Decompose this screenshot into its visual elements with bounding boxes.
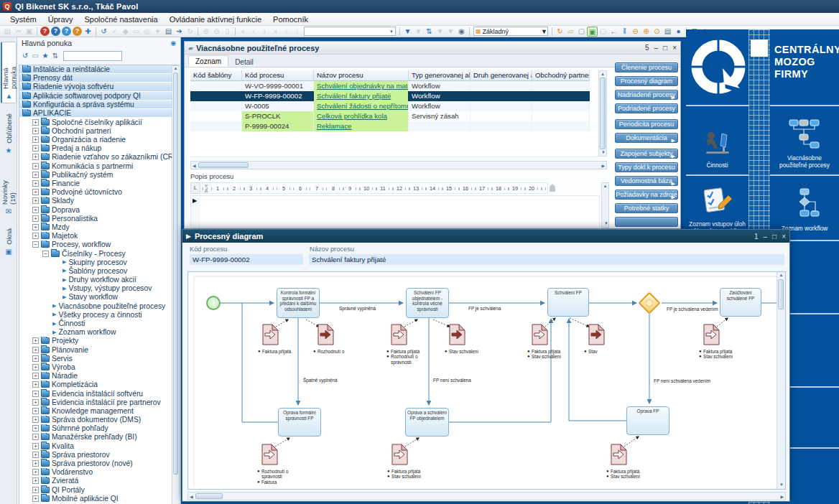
ruler-tab-selector[interactable]: L (190, 182, 200, 194)
undo-icon[interactable]: ↺ (98, 27, 109, 37)
context-help-icon[interactable]: ? (51, 27, 60, 36)
table-cell[interactable]: Schválení objednávky na materiál (314, 81, 409, 91)
settings-icon[interactable]: ◉ (456, 27, 467, 37)
table-cell[interactable] (532, 101, 590, 111)
tree-item[interactable]: ▶Viacnásobne použiteľné procesy (19, 302, 172, 310)
process-description-editor[interactable]: ▶ (190, 195, 600, 228)
web-icon[interactable]: ● (673, 27, 684, 37)
table-row[interactable]: W-VO-9999-00001Schválení objednávky na m… (190, 81, 598, 91)
action-button-partial[interactable] (615, 217, 678, 227)
table-cell[interactable]: Workflow (409, 101, 471, 111)
diagram-task[interactable]: Schválení FP objednatelem - kontrola věc… (406, 288, 449, 318)
tree-item[interactable]: Inštalácie a reinštalácie (19, 65, 172, 74)
tree-item[interactable]: −Číselníky - Procesy (19, 249, 172, 258)
expand-icon[interactable]: + (32, 477, 39, 484)
table-cell[interactable]: Reklamace (314, 121, 409, 131)
action-button--lenenie-procesu[interactable]: Členenie procesu (615, 62, 678, 73)
scrollbar-thumb[interactable] (778, 279, 784, 309)
expand-icon[interactable]: + (32, 391, 39, 397)
tree-item[interactable]: +Spoločné číselníky aplikácií (19, 118, 172, 126)
diagram-task[interactable]: Oprava FP (626, 406, 669, 435)
expand-icon[interactable]: + (32, 119, 39, 126)
editor-vertical-scrollbar[interactable]: ▲▼ (601, 182, 609, 228)
expand-icon[interactable]: + (32, 452, 39, 458)
column-header[interactable]: Názov procesu (314, 70, 409, 81)
news-help-icon[interactable]: ? (73, 27, 82, 36)
menu-item-spolo-n-nastavenia[interactable]: Spoločné nastavenia (79, 14, 164, 24)
diagram-task[interactable]: Oprava formální správnosti FP (278, 408, 321, 437)
table-cell[interactable] (190, 81, 242, 91)
collapse-icon[interactable]: − (32, 241, 39, 248)
table-cell[interactable] (190, 91, 242, 101)
shortcut-viacnasobne-procesy[interactable]: Viacnásobne použiteľné procesy (770, 107, 839, 169)
table-cell[interactable]: Schválení žádosti o nepřítomnost (314, 101, 409, 111)
side-tab-hlavn-ponuka[interactable]: Hlavná ponuka▲ (1, 42, 17, 103)
tree-item[interactable]: +Komunikácia s partnermi (19, 162, 172, 170)
scrollbar-thumb[interactable] (198, 162, 249, 168)
table-horizontal-scrollbar[interactable]: ◀▶ (190, 161, 607, 169)
window-cascade-icon[interactable]: ▢ (576, 27, 587, 37)
tree-item[interactable]: Aplikácie softwarovej podpory QI (19, 92, 172, 101)
table-cell[interactable] (532, 111, 590, 121)
tree-item[interactable]: +Náradie (19, 372, 172, 381)
expand-icon[interactable]: + (32, 460, 39, 467)
expand-icon[interactable]: + (32, 373, 39, 379)
table-cell[interactable]: W-0005 (242, 101, 314, 111)
maximize-button[interactable]: □ (772, 233, 777, 241)
tree-item[interactable]: ▶Zoznam workflow (19, 328, 172, 337)
pin-icon[interactable]: ✚ (83, 27, 93, 37)
tree-item[interactable]: +Mobilné aplikácie QI (19, 494, 172, 503)
chevron-down-icon[interactable]: ▼ (541, 28, 547, 35)
tree-item[interactable]: +Plánovanie (19, 345, 172, 354)
menu-item-ovl-danie-akt-vnej-funkcie[interactable]: Ovládanie aktívnej funkcie (164, 14, 267, 24)
expand-icon[interactable]: + (32, 408, 39, 414)
diagram-task[interactable]: Schválení FP (547, 288, 589, 317)
help-icon[interactable]: ? (40, 27, 50, 36)
table-row[interactable]: W-FP-9999-00002Schválení faktury přijaté… (190, 91, 598, 101)
input-document-icon[interactable] (611, 444, 627, 468)
diagram-canvas[interactable]: Kontrola formální správnosti FP a předán… (187, 271, 786, 490)
tree-item[interactable]: Prenosy dát (19, 74, 172, 83)
expand-icon[interactable]: + (32, 364, 39, 370)
scrollbar-thumb[interactable] (195, 493, 223, 499)
tree-item[interactable]: +Financie (19, 179, 172, 187)
tree-item[interactable]: +Doprava (19, 205, 172, 214)
table-vertical-scrollbar[interactable]: ▲▼ (598, 70, 607, 157)
tree-item[interactable]: +Riadenie vzťahov so zákazníkmi (CRM) (19, 153, 172, 162)
expand-icon[interactable]: + (32, 145, 39, 151)
tree-item[interactable]: +Projekty (19, 337, 172, 345)
menu-item--pravy[interactable]: Úpravy (42, 14, 79, 24)
expand-icon[interactable]: + (32, 347, 39, 353)
scrollbar-thumb[interactable] (600, 78, 606, 149)
side-tab-okn-[interactable]: Okná▣ (1, 225, 17, 257)
input-document-icon[interactable] (532, 324, 548, 348)
tree-item[interactable]: Konfigurácia a správa systému (19, 101, 172, 109)
sidebar-search-input[interactable] (63, 51, 122, 61)
zoom-out-icon[interactable]: ⊖ (630, 27, 641, 37)
tree-item[interactable]: +Kompletizácia (19, 381, 172, 389)
tree-item[interactable]: +Evidencia inštalácií softvéru (19, 389, 172, 398)
close-button[interactable]: × (672, 44, 677, 52)
table-cell[interactable]: Workflow (409, 81, 471, 91)
view-profile-select[interactable]: ▦Základný ▼ (473, 27, 548, 36)
shortcut-zoznam-workflow[interactable]: Zoznam workflow (770, 179, 839, 232)
zoom-in-icon[interactable]: ⊕ (641, 27, 652, 37)
process-name-link[interactable]: Celková prohlídka kola (317, 112, 387, 120)
minimize-button[interactable]: – (764, 233, 768, 241)
table-cell[interactable]: Servisný zásah (409, 111, 471, 121)
process-name-link[interactable]: Schválení objednávky na materiál (317, 82, 409, 90)
column-header[interactable]: Kód procesu (242, 70, 314, 81)
table-cell[interactable] (532, 91, 590, 101)
side-tab-ob-ben-[interactable]: Obľúbené★ (1, 111, 17, 161)
action-button-po-iadavky-na-zdroje[interactable]: Požiadavky na zdroje▶ (615, 190, 678, 200)
indent-marker[interactable] (204, 185, 208, 192)
shortcut-cinnosti[interactable]: Činnosti (686, 110, 748, 169)
action-button-typy-dokl-k-procesu[interactable]: Typy dokl.k procesu (615, 162, 678, 172)
scrollbar-thumb[interactable] (173, 73, 178, 475)
zoom-reset-icon[interactable]: ⊙ (652, 27, 662, 37)
tree-item[interactable]: ▶Vstupy, výstupy procesov (19, 284, 172, 293)
side-tab-novinky-19-[interactable]: Novinky (19)✉ (1, 168, 17, 218)
table-cell[interactable] (471, 121, 532, 131)
sort-icon[interactable]: ⇅ (424, 27, 435, 37)
expand-icon[interactable]: + (32, 495, 39, 502)
